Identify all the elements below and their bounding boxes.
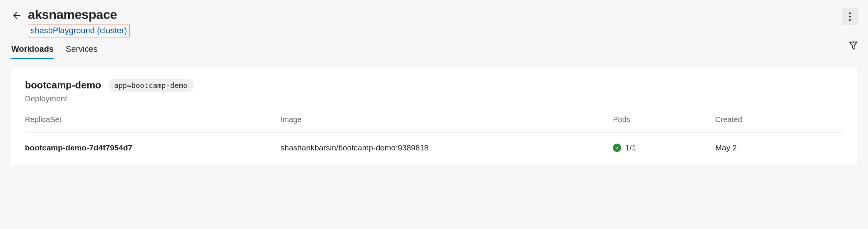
deployment-type: Deployment (25, 94, 843, 103)
col-header-created: Created (715, 115, 843, 124)
svg-point-2 (849, 19, 851, 21)
tab-workloads[interactable]: Workloads (11, 44, 54, 59)
col-header-replicaset: ReplicaSet (25, 115, 281, 124)
deployment-name: bootcamp-demo (25, 79, 101, 91)
filter-button[interactable] (848, 40, 858, 52)
pods-count: 1/1 (625, 143, 636, 152)
svg-point-0 (849, 12, 851, 14)
more-actions-button[interactable] (842, 8, 858, 25)
replicaset-table: ReplicaSet Image Pods Created bootcamp-d… (25, 115, 843, 165)
col-header-pods: Pods (613, 115, 715, 124)
table-row[interactable]: bootcamp-demo-7d4f7954d7 shashankbarsin/… (25, 132, 843, 165)
deployment-card: bootcamp-demo app=bootcamp-demo Deployme… (10, 68, 858, 165)
replicaset-image: shashankbarsin/bootcamp-demo:9389818 (281, 143, 613, 152)
replicaset-pods: 1/1 (613, 143, 715, 152)
replicaset-name: bootcamp-demo-7d4f7954d7 (25, 143, 281, 152)
deployment-label-pill: app=bootcamp-demo (108, 79, 193, 92)
col-header-image: Image (281, 115, 613, 124)
svg-point-1 (849, 16, 851, 17)
status-success-icon (613, 144, 621, 152)
cluster-link[interactable]: shasbPlayground (cluster) (28, 25, 130, 37)
tab-services[interactable]: Services (66, 44, 97, 59)
page-title: aksnamespace (28, 7, 130, 22)
back-button[interactable] (11, 11, 21, 22)
replicaset-created: May 2 (715, 143, 843, 152)
